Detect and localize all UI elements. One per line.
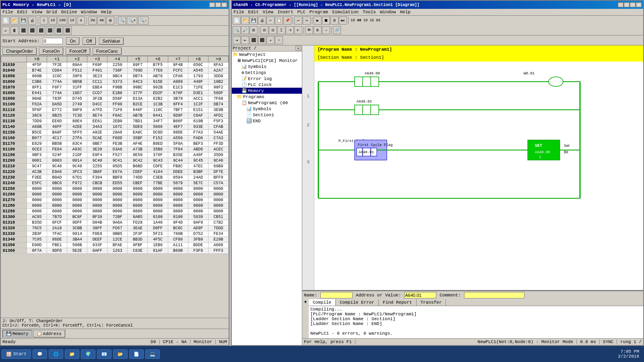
cell-value[interactable]: BDDE <box>188 243 208 248</box>
btn-force-canc[interactable]: ForceCanc <box>93 47 122 55</box>
cell-value[interactable]: F6DD <box>107 136 128 141</box>
tb-del[interactable]: 🗑 <box>10 27 19 35</box>
cx-tb-40[interactable]: 40 <box>356 19 362 23</box>
cell-value[interactable]: 376F <box>148 152 168 158</box>
cell-value[interactable]: 0000 <box>87 197 107 203</box>
cell-value[interactable]: C57A <box>208 181 228 186</box>
cell-value[interactable]: F7A3 <box>188 130 208 136</box>
cell-value[interactable]: 2A18 <box>47 226 67 231</box>
table-row[interactable]: D11806CE3FE84A93C3E20D3A6A73B35B67F84ABD… <box>1 147 229 152</box>
cell-value[interactable]: F62A <box>27 102 47 107</box>
cell-value[interactable]: 91AF <box>148 248 168 254</box>
cell-value[interactable]: E1C3 <box>168 85 188 90</box>
cell-value[interactable]: 98F2 <box>208 85 228 90</box>
cell-value[interactable]: CB51 <box>208 214 228 220</box>
tree-symbols2[interactable]: 📊 Symbols <box>232 106 302 112</box>
cell-value[interactable]: 76C5 <box>27 226 47 231</box>
cell-value[interactable]: 0000 <box>128 192 148 197</box>
cell-value[interactable]: 77E6 <box>148 68 168 74</box>
cx-tb-transfer[interactable]: → <box>322 26 330 34</box>
cell-value[interactable]: DF7E <box>208 169 228 175</box>
cell-value[interactable]: 7B7D <box>47 214 67 220</box>
start-button[interactable]: 🪟 Start <box>2 350 31 359</box>
cell-value[interactable]: EBE4 <box>87 85 107 90</box>
cell-value[interactable]: 0000 <box>188 203 208 209</box>
tree-programs[interactable]: 📁 Programs <box>232 94 302 100</box>
cell-value[interactable]: 2749 <box>67 102 87 107</box>
cell-value[interactable]: EE61 <box>87 119 107 124</box>
cx-menu-insert[interactable]: Insert <box>277 10 293 14</box>
cell-value[interactable]: 0441 <box>148 113 168 119</box>
tb-zoomout[interactable]: 🔍- <box>138 16 149 25</box>
cell-value[interactable]: 3FC3 <box>67 169 87 175</box>
tree-memory[interactable]: 💾 Memory <box>232 88 302 94</box>
cell-value[interactable]: 9C46 <box>208 158 228 164</box>
cell-value[interactable]: A93C <box>67 147 87 152</box>
cell-value[interactable]: 60A4 <box>67 62 87 68</box>
cell-value[interactable]: 5373 <box>107 79 128 85</box>
table-row[interactable]: D1350E00DFBE1500B933FBFAE9FBF1EB6A111BDD… <box>1 243 229 248</box>
cell-value[interactable]: 5E2E <box>67 248 87 254</box>
cx-tb-print[interactable]: 🖨 <box>258 16 266 25</box>
cell-value[interactable]: A556 <box>168 136 188 141</box>
cell-value[interactable]: 6D9F <box>168 113 188 119</box>
tb-a[interactable]: a <box>77 16 85 25</box>
cell-value[interactable]: AF4E <box>128 141 148 147</box>
cell-value[interactable]: 0BE7 <box>87 141 107 147</box>
cell-value[interactable]: B35D <box>27 220 47 226</box>
cell-value[interactable]: 8B25 <box>47 113 67 119</box>
cx-tb-open[interactable]: 📂 <box>241 16 249 25</box>
cx-tb-monitor[interactable]: 👁 <box>305 26 313 34</box>
tree-new-program[interactable]: 📋 NewProgram1 (00 <box>232 100 302 106</box>
cx-menu-help[interactable]: Help <box>400 10 411 14</box>
cell-value[interactable]: 0000 <box>188 209 208 214</box>
table-row[interactable]: D13606F7A9DFD5E2E6AFF1263C63E91AFB69BF3F… <box>1 248 229 254</box>
cell-value[interactable]: 8FF1 <box>27 85 47 90</box>
taskbar-folder[interactable]: 📁 <box>65 350 79 359</box>
cell-value[interactable]: 7C95 <box>27 237 47 243</box>
cell-value[interactable]: E1B8 <box>107 90 128 96</box>
cell-value[interactable]: A111 <box>168 243 188 248</box>
cell-value[interactable]: ED2F <box>148 90 168 96</box>
cell-value[interactable]: 969B <box>27 74 47 79</box>
cell-value[interactable]: 8F4B <box>168 62 188 68</box>
table-row[interactable]: D1040B74ECD84F512F491738F769D77E6FCFCA54… <box>1 68 229 74</box>
cell-value[interactable]: C63E <box>128 248 148 254</box>
cell-value[interactable]: FE84 <box>47 147 67 152</box>
cell-value[interactable]: A7FD <box>87 107 107 113</box>
cell-value[interactable]: 27FA <box>67 136 87 141</box>
cell-value[interactable]: BBF9 <box>107 175 128 181</box>
cell-value[interactable]: A92E <box>87 130 107 136</box>
cell-value[interactable]: 0AF9 <box>188 220 208 226</box>
cell-value[interactable]: F5F3 <box>208 119 228 124</box>
cell-value[interactable]: 9C40 <box>87 158 107 164</box>
cell-value[interactable]: 0000 <box>27 197 47 203</box>
cell-value[interactable]: E29B <box>208 237 228 243</box>
cell-value[interactable]: 0000 <box>107 203 128 209</box>
cell-value[interactable]: 0000 <box>107 197 128 203</box>
table-row[interactable]: D1300AC957B7DBC8FBF3972BF8AB501000100593… <box>1 214 229 220</box>
tb-2w[interactable]: 2W <box>89 16 97 25</box>
cell-value[interactable]: 4FD1 <box>208 113 228 119</box>
cell-value[interactable]: B6BD <box>128 164 148 169</box>
cell-value[interactable]: BB3D <box>128 237 148 243</box>
cell-value[interactable]: 0000 <box>67 203 87 209</box>
cell-value[interactable]: 1263 <box>107 248 128 254</box>
cell-value[interactable]: C3B6 <box>27 79 47 85</box>
cell-value[interactable]: E8F4 <box>87 152 107 158</box>
cell-value[interactable]: 42EE <box>67 124 87 130</box>
cell-value[interactable]: DA5D <box>47 102 67 107</box>
cell-value[interactable]: BC8C <box>168 226 188 231</box>
cell-value[interactable]: CD84 <box>47 68 67 74</box>
menu-edit[interactable]: Edit <box>17 10 27 14</box>
cx-menu-simulation[interactable]: Simulation <box>332 10 359 14</box>
cell-value[interactable]: 619B <box>188 119 208 124</box>
cell-value[interactable]: 05D5 <box>107 164 128 169</box>
cell-value[interactable]: 5FF5 <box>67 130 87 136</box>
cell-value[interactable]: 0000 <box>148 186 168 192</box>
cell-value[interactable]: 7DDD <box>208 226 228 231</box>
table-row[interactable]: D126000000000000000000000000000000000000… <box>1 192 229 197</box>
cell-value[interactable]: B9ED <box>148 141 168 147</box>
cell-value[interactable]: 5666 <box>148 124 168 130</box>
cell-value[interactable]: 0000 <box>148 192 168 197</box>
